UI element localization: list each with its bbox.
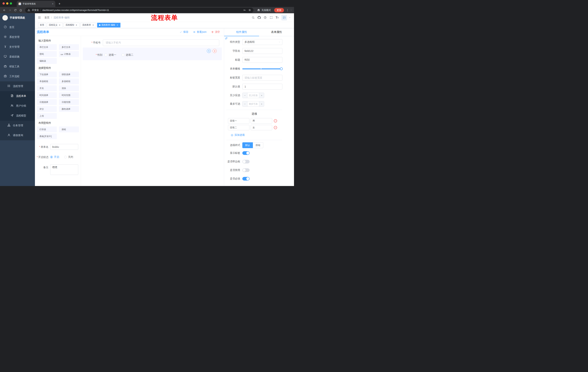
tag-1[interactable]: 流程定义× [47,23,63,28]
palette-chip[interactable]: 按钮 [59,127,79,132]
tag-0[interactable]: 首页 [38,23,46,28]
radio-closed[interactable]: 关闭 [64,155,73,159]
palette-chip[interactable]: 下拉选择 [37,72,57,77]
increase-button[interactable]: + [259,101,264,106]
toggle-switch[interactable] [242,151,250,155]
field-name-input[interactable] [242,48,282,54]
sidebar-item-2[interactable]: 支付管理 [0,42,35,52]
tag-close-icon[interactable]: × [75,24,78,26]
save-button[interactable]: 保存 [179,30,188,34]
sidebar-item-10[interactable]: 任务管理 [0,121,35,130]
palette-chip[interactable]: 滑块 [59,85,79,91]
sidebar-item-11[interactable]: 请假查询 [0,130,35,140]
palette-chip[interactable]: 密码 [37,51,57,57]
help-icon[interactable] [264,16,267,19]
selected-component[interactable]: *性别 选项一选项二 [83,47,222,60]
sidebar-item-7[interactable]: 流程表单 [0,91,35,101]
address-bar[interactable]: 不安全 dashboard.yudao.iocoder.cn/bpm/manag… [25,8,253,13]
sidebar-collapse-button[interactable] [38,16,41,19]
toggle-switch[interactable] [242,168,250,172]
title-input[interactable] [242,57,282,63]
app-logo[interactable]: 芋道管理系统 [0,13,35,22]
min-select-stepper[interactable]: − 至少应选 + [242,93,264,98]
add-option-button[interactable]: 添加选项 [231,133,245,137]
max-select-stepper[interactable]: − 最多可选 + [242,101,264,107]
sidebar-item-0[interactable]: 首页 [0,22,35,32]
label-width-input[interactable] [242,75,282,81]
increase-button[interactable]: + [259,93,264,98]
link-icon[interactable] [225,37,228,40]
avatar[interactable] [282,15,287,20]
palette-chip[interactable]: 级联选择 [59,72,79,77]
checkbox[interactable] [122,54,124,56]
palette-chip[interactable]: 颜色选择 [59,106,79,112]
search-icon[interactable] [252,16,255,19]
delete-component-button[interactable] [213,49,217,53]
sidebar-item-6[interactable]: 流程管理 [0,81,35,91]
browser-menu-icon[interactable] [285,9,289,12]
style-button-button[interactable]: 按钮 [253,142,263,148]
home-icon[interactable] [18,8,23,13]
sidebar-item-1[interactable]: 系统管理 [0,32,35,42]
palette-chip[interactable]: 编辑器 [37,58,57,64]
form-canvas[interactable]: *手机号 请输入手机号 *性别 选项一选项二 [81,36,224,186]
sidebar-item-8[interactable]: 用户分组 [0,101,35,111]
palette-chip[interactable]: 时间范围 [59,92,79,98]
sidebar-item-5[interactable]: 工作流程 [0,72,35,81]
forward-icon[interactable] [7,8,12,13]
palette-chip[interactable]: 表格[开发中] [37,133,57,139]
key-icon[interactable] [243,9,246,11]
tab-close-icon[interactable]: × [52,2,53,5]
font-size-icon[interactable]: TT [276,16,279,19]
palette-chip[interactable]: 多行文本 [59,44,79,50]
form-name-input[interactable] [50,144,78,150]
palette-chip[interactable]: 日期范围 [59,99,79,105]
avatar-caret-icon[interactable] [289,17,291,19]
palette-chip[interactable]: 上传 [37,113,57,119]
palette-chip[interactable]: 行容器 [37,127,57,132]
component-type-select[interactable]: 多选框组 [242,39,282,45]
decrease-button[interactable]: − [242,101,247,106]
gender-checkbox-option[interactable]: 选项一 [105,53,116,57]
slider-handle[interactable] [280,67,283,70]
tag-close-icon[interactable]: × [58,24,61,26]
github-icon[interactable] [258,16,261,19]
decrease-button[interactable]: − [242,93,247,98]
sidebar-item-3[interactable]: 基础设施 [0,52,35,62]
tab-component-properties[interactable]: 组件属性 [224,28,259,36]
reload-icon[interactable] [13,8,18,13]
remark-textarea[interactable]: 嘿嘿 [50,164,78,175]
tag-4[interactable]: 流程表单-编辑× [97,23,120,28]
palette-chip[interactable]: 日期选择 [37,99,57,105]
toggle-switch[interactable] [242,177,250,181]
phone-field[interactable]: *手机号 请输入手机号 [81,40,224,46]
grid-slider[interactable] [242,66,282,72]
tab-form-properties[interactable]: 表单属性 [259,28,294,36]
sidebar-item-9[interactable]: 流程模型 [0,111,35,121]
option-value-input[interactable] [251,118,272,124]
checkbox[interactable] [105,54,107,56]
breadcrumb-home[interactable]: 首页 [44,16,50,19]
view-json-button[interactable]: 查看json [193,30,207,34]
copy-component-button[interactable] [207,49,211,53]
sidebar-item-4[interactable]: 研发工具 [0,62,35,72]
option-name-input[interactable] [228,118,249,124]
tag-close-icon[interactable]: × [92,24,94,26]
option-name-input[interactable] [228,125,249,130]
tag-2[interactable]: 流程模型× [64,23,80,28]
radio-open[interactable]: 开启 [50,155,59,159]
window-zoom-button[interactable] [10,2,12,5]
palette-chip[interactable]: 开关 [37,85,57,91]
phone-input[interactable]: 请输入手机号 [103,40,219,46]
palette-chip[interactable]: 多选框组 [59,78,79,84]
palette-chip[interactable]: 单选框组 [37,78,57,84]
remove-option-button[interactable]: − [274,126,277,129]
default-value-input[interactable] [242,84,282,90]
fullscreen-icon[interactable] [270,16,273,19]
back-icon[interactable] [2,8,7,13]
remove-option-button[interactable]: − [274,119,277,122]
browser-tab[interactable]: 芋道管理系统 × [17,1,55,7]
gender-field[interactable]: *性别 选项一选项二 [83,53,219,57]
style-default-button[interactable]: 默认 [242,142,253,148]
palette-chip[interactable]: 时间选择 [37,92,57,98]
